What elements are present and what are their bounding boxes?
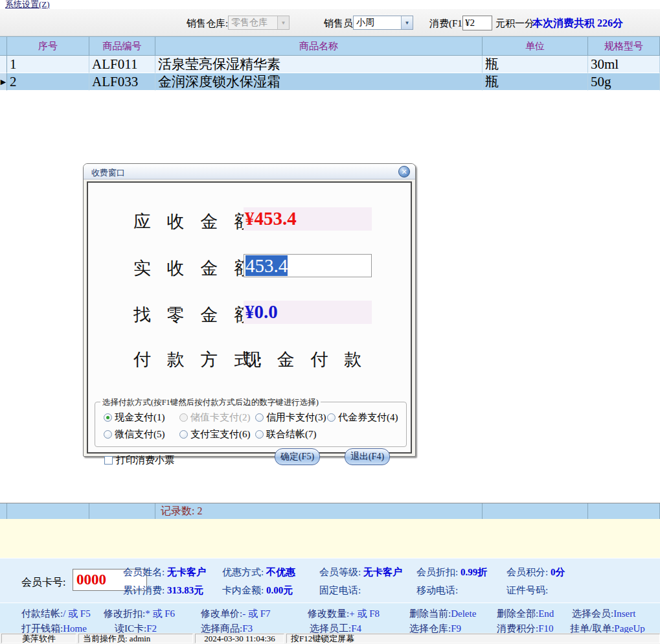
consume-amount-input[interactable] [462, 16, 492, 30]
cell-spec: 50g [588, 73, 660, 91]
member-discount-label: 会员折扣: [416, 567, 458, 577]
radio-icon [327, 413, 336, 422]
shortcut-discount: 修改折扣:* 或 F6 [104, 608, 175, 620]
status-datetime: 2024-03-30 11:04:36 [195, 634, 284, 643]
table-footer: 记录数: 2 [0, 503, 660, 519]
shortcut-select-member: 选择会员:Insert [572, 608, 635, 620]
chevron-down-icon[interactable]: ▼ [401, 16, 413, 29]
radio-label: 现金支付(1) [115, 411, 165, 424]
menu-system-settings[interactable]: 系统设置(Z) [5, 0, 50, 8]
status-app-name: 美萍软件 [1, 634, 76, 643]
table-header-name[interactable]: 商品名称 [155, 37, 483, 56]
radio-wechat-pay[interactable]: 微信支付(5) [104, 428, 165, 441]
print-receipt-checkbox[interactable]: 打印消费小票 [104, 454, 174, 466]
discount-mode-value: 不优惠 [266, 567, 295, 577]
close-icon[interactable]: ✕ [398, 166, 410, 178]
discount-mode-label: 优惠方式: [222, 567, 264, 577]
table-header-code[interactable]: 商品编号 [89, 37, 155, 56]
cell-spec: 30ml [588, 56, 660, 73]
cell-name: 活泉莹亮保湿精华素 [155, 56, 483, 73]
menu-bar: 系统设置(Z) [0, 0, 660, 9]
member-total-spend-label: 累计消费: [123, 585, 165, 595]
print-receipt-label: 打印消费小票 [116, 454, 174, 466]
shortcut-del-current: 删除当前:Delete [409, 608, 476, 620]
staff-select[interactable]: 小周 ▼ [353, 16, 413, 30]
radio-icon [104, 430, 112, 439]
radio-label: 代金券支付(4) [338, 411, 398, 424]
shortcut-help-bar: 付款结帐:/ 或 F5 修改折扣:* 或 F6 修改单价:- 或 F7 修改数量… [0, 603, 660, 633]
radio-combined-pay[interactable]: 联合结帐(7) [255, 428, 317, 441]
warehouse-selected-value: 零售仓库 [229, 17, 277, 29]
footer-unit-cell [483, 503, 588, 519]
table-row[interactable]: 1 ALF011 活泉莹亮保湿精华素 瓶 30ml [0, 56, 660, 73]
change-value: ¥0.0 [244, 301, 372, 324]
record-count: 记录数: 2 [155, 503, 483, 519]
warehouse-label: 销售仓库: [187, 17, 228, 30]
status-operator: 当前操作员: admin [78, 634, 193, 643]
card-balance-label: 卡内金额: [222, 585, 264, 595]
radio-voucher-pay[interactable]: 代金券支付(4) [327, 411, 398, 424]
radio-credit-card-pay[interactable]: 信用卡支付(3) [255, 411, 326, 424]
member-card-label: 会员卡号: [21, 576, 65, 590]
status-lock-hint: 按F12键锁定屏幕 [286, 634, 660, 643]
radio-label: 储值卡支付(2) [190, 411, 251, 424]
table-row-selected[interactable]: ▶ 2 ALF033 金润深度锁水保湿霜 瓶 50g [0, 73, 660, 91]
ok-button[interactable]: 确定(F5) [275, 448, 320, 465]
card-balance-value: 0.00元 [266, 585, 293, 595]
warehouse-select: 零售仓库 ▼ [228, 16, 290, 30]
cell-code: ALF011 [89, 56, 155, 73]
table-header-indicator [0, 37, 7, 56]
dialog-body: 应 收 金 额: ¥453.4 实 收 金 额: 453.4 找 零 金 额: … [87, 181, 412, 454]
cell-unit: 瓶 [483, 73, 588, 91]
member-points-label: 会员积分: [506, 567, 548, 577]
radio-icon [179, 430, 188, 439]
payment-method-groupbox: 选择付款方式(按F1键然后按付款方式后边的数字键进行选择) 现金支付(1) 储值… [95, 402, 407, 447]
mobile-phone-label: 移动电话: [416, 585, 458, 595]
receivable-value: ¥453.4 [244, 207, 372, 231]
shortcut-pay: 付款结帐:/ 或 F5 [21, 608, 91, 620]
radio-label: 联合结帐(7) [266, 428, 317, 441]
table-header-spec[interactable]: 规格型号 [588, 37, 660, 56]
row-indicator-cell: ▶ [0, 73, 7, 91]
payment-method-value: 现 金 付 款 [244, 348, 367, 371]
shortcut-price: 修改单价:- 或 F7 [201, 608, 271, 620]
radio-label: 信用卡支付(3) [266, 411, 326, 424]
member-name-label: 会员姓名: [123, 567, 165, 577]
payment-dialog: 收费窗口 ✕ 应 收 金 额: ¥453.4 实 收 金 额: 453.4 找 … [83, 163, 416, 457]
footer-no-cell [7, 503, 89, 519]
radio-cash-pay[interactable]: 现金支付(1) [104, 411, 165, 424]
footer-code-cell [89, 503, 155, 519]
selected-text: 453.4 [245, 255, 288, 276]
cell-name: 金润深度锁水保湿霜 [155, 73, 483, 91]
member-total-spend-value: 313.83元 [167, 585, 203, 595]
shortcut-qty: 修改数量:+ 或 F8 [308, 608, 380, 620]
radio-label: 支付宝支付(6) [190, 428, 251, 441]
cell-unit: 瓶 [483, 56, 588, 73]
table-header-no[interactable]: 序号 [7, 37, 89, 56]
top-toolbar: 销售仓库: 零售仓库 ▼ 销售员工: 小周 ▼ 消费(F10) 元积一分 本次消… [0, 9, 660, 36]
points-notice: 本次消费共积 226分 [532, 17, 623, 30]
exit-button[interactable]: 退出(F4) [345, 448, 390, 465]
member-points-value: 0分 [551, 567, 565, 577]
staff-selected-value: 小周 [354, 17, 401, 29]
entry-bar: 输入商品编号或条码(F3): 数量合计: 3 金额合计: ¥453.4 隐藏帮助… [0, 519, 660, 558]
consume-suffix-label: 元积一分 [495, 17, 534, 30]
radio-icon [179, 413, 188, 422]
dialog-title-bar[interactable]: 收费窗口 ✕ [84, 164, 415, 179]
cell-no: 1 [7, 56, 89, 73]
chevron-down-icon: ▼ [277, 16, 289, 29]
radio-alipay-pay[interactable]: 支付宝支付(6) [179, 428, 251, 441]
radio-label: 微信支付(5) [115, 428, 165, 441]
radio-icon [255, 430, 264, 439]
row-indicator-cell [0, 56, 7, 73]
received-amount-input[interactable]: 453.4 [244, 254, 372, 277]
radio-stored-card-pay: 储值卡支付(2) [179, 411, 251, 424]
footer-indicator-cell [0, 503, 7, 519]
table-header: 序号 商品编号 商品名称 单位 规格型号 [0, 36, 660, 56]
cell-no: 2 [7, 73, 89, 91]
cell-code: ALF033 [89, 73, 155, 91]
footer-spec-cell [588, 503, 660, 519]
table-header-unit[interactable]: 单位 [483, 37, 588, 56]
id-number-label: 证件号码: [506, 585, 548, 595]
dialog-title: 收费窗口 [91, 167, 125, 179]
